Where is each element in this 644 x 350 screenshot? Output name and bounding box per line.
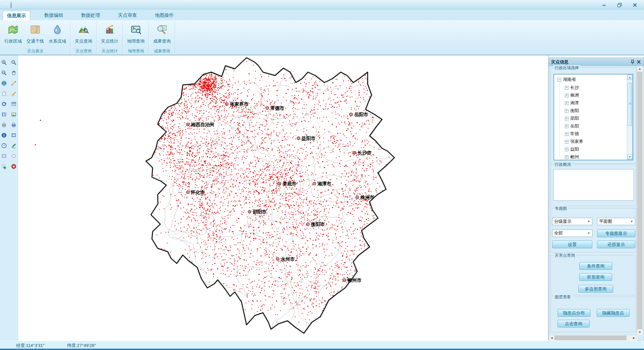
disaster-query-legend: 灾害点查询: [553, 253, 576, 258]
print-color-tool[interactable]: [10, 121, 17, 129]
cancel-clear-tool[interactable]: [10, 163, 17, 170]
tree-item-label: 张家界: [570, 139, 583, 145]
tab-5[interactable]: 地图操作: [151, 11, 178, 20]
scope-select[interactable]: 全部▼: [552, 230, 592, 237]
expand-icon[interactable]: +: [565, 86, 569, 90]
hide-hazard-button[interactable]: 隐藏隐患点: [597, 309, 630, 317]
condition-query-button[interactable]: 条件查询: [579, 262, 612, 270]
行政区域-button[interactable]: 行政区域: [2, 21, 24, 44]
panel-close-button[interactable]: [636, 59, 642, 65]
地理查询-button[interactable]: 地理查询: [125, 21, 147, 44]
pin-button[interactable]: [630, 59, 636, 65]
settings-button[interactable]: 设置: [552, 241, 592, 248]
close-button[interactable]: [630, 2, 640, 8]
tree-item-2[interactable]: +株洲: [565, 92, 579, 99]
zoom-out-tool[interactable]: [10, 59, 17, 66]
map-type-select[interactable]: 平面图▼: [597, 218, 635, 225]
scroll-down-arrow[interactable]: ▼: [627, 154, 632, 159]
tree-item-4[interactable]: +衡阳: [565, 107, 579, 114]
pan-hand-tool[interactable]: [10, 69, 17, 77]
ribbon-group-2: 灾点查询灾点查询: [70, 20, 97, 55]
repaint-brush-tool[interactable]: [10, 90, 17, 97]
tree-item-9[interactable]: +益阳: [565, 146, 579, 153]
export-image-tool[interactable]: [10, 111, 17, 118]
tree-scrollbar-thumb[interactable]: [628, 83, 632, 126]
zoom-in-tool[interactable]: [0, 59, 8, 66]
attribute-table-tool[interactable]: [10, 100, 17, 108]
panel-hscrollbar-thumb[interactable]: [554, 336, 627, 340]
成果查询-button[interactable]: 成果查询: [151, 21, 173, 44]
region-tree[interactable]: −湖南省+长沙+株洲+湘潭+衡阳+邵阳+岳阳+常德+张家界+益阳+郴州 ▲ ▼: [553, 74, 633, 160]
restore-button[interactable]: [614, 2, 625, 8]
tab-3[interactable]: 数据处理: [77, 11, 104, 20]
expand-icon[interactable]: +: [565, 140, 569, 144]
minimize-button[interactable]: [599, 2, 609, 8]
expand-icon[interactable]: +: [565, 94, 569, 97]
ellipse-select-tool[interactable]: [10, 152, 17, 160]
print-tool[interactable]: [0, 121, 8, 129]
grade-display-select[interactable]: 分级显示▼: [552, 218, 592, 225]
tab-1[interactable]: 信息展示: [3, 11, 30, 20]
tab-2[interactable]: 数据编辑: [40, 11, 67, 20]
restore-display-button[interactable]: 还原显示: [597, 241, 635, 248]
map-canvas[interactable]: 张家界市常德市岳阳市湘西自治州益阳市长沙市娄底市湘潭市怀化市株洲市邵阳市衡阳市永…: [0, 55, 548, 341]
tree-item-8[interactable]: +张家界: [565, 138, 583, 145]
zoom-window-tool[interactable]: [0, 69, 8, 77]
latitude-readout: 纬度:27°49′28″: [67, 343, 96, 349]
tree-item-5[interactable]: +邵阳: [565, 115, 579, 122]
click-query-button[interactable]: 点击查询: [557, 320, 590, 328]
ribbon: 行政区域交通干线水系流域灾点展示灾点查询灾点查询灾点统计灾点统计地理查询地理查询…: [0, 20, 644, 55]
expand-icon[interactable]: +: [565, 109, 569, 113]
hunan-province-map[interactable]: 张家界市常德市岳阳市湘西自治州益阳市长沙市娄底市湘潭市怀化市株洲市邵阳市衡阳市永…: [0, 55, 548, 341]
水系流域-button[interactable]: 水系流域: [46, 21, 68, 44]
ribbon-button-label: 成果查询: [151, 38, 173, 44]
tree-item-1[interactable]: +长沙: [565, 84, 579, 91]
rectangle-query-button[interactable]: 矩形查询: [579, 273, 612, 281]
clear-page-tool[interactable]: [0, 90, 8, 97]
scroll-right-arrow[interactable]: ►: [631, 335, 637, 341]
quick-access-toolbar[interactable]: [1, 1, 10, 5]
overview-textarea[interactable]: [553, 169, 634, 201]
expand-icon[interactable]: +: [565, 132, 569, 136]
collapse-icon[interactable]: −: [557, 78, 561, 82]
tree-item-10[interactable]: +郴州: [565, 153, 579, 160]
tree-item-label: 常德: [570, 131, 579, 137]
measure-tool[interactable]: [10, 80, 17, 87]
scroll-down-arrow[interactable]: ▼: [637, 330, 643, 335]
overview-window-tool[interactable]: [10, 132, 17, 139]
panel-vscrollbar-thumb[interactable]: [637, 72, 642, 329]
expand-icon[interactable]: +: [565, 117, 569, 120]
tab-4[interactable]: 灾点审查: [114, 11, 141, 20]
scroll-up-arrow[interactable]: ▲: [637, 66, 643, 71]
svg-text:衡阳市: 衡阳市: [311, 221, 325, 227]
expand-icon[interactable]: +: [565, 101, 569, 105]
sketch-pen-tool[interactable]: [10, 142, 17, 149]
灾点统计-button[interactable]: 灾点统计: [99, 21, 121, 44]
scroll-left-arrow[interactable]: ◄: [549, 335, 554, 341]
polygon-query-button[interactable]: 多边形查询: [578, 285, 613, 293]
tree-scrollbar[interactable]: ▲ ▼: [627, 74, 633, 160]
help-tool[interactable]: ?: [0, 142, 8, 149]
tree-item-7[interactable]: +常德: [565, 130, 579, 138]
交通干线-button[interactable]: 交通干线: [24, 21, 46, 44]
panel-horizontal-scrollbar[interactable]: ◄ ►: [549, 335, 637, 341]
panel-vertical-scrollbar[interactable]: ▲ ▼: [637, 66, 643, 335]
tree-item-3[interactable]: +湘潭: [565, 99, 579, 107]
full-extent-globe-tool[interactable]: [0, 80, 8, 87]
select-features-tool[interactable]: [0, 163, 8, 170]
show-thematic-button[interactable]: 专题图显示: [597, 230, 635, 237]
panel-close-icon: [637, 60, 641, 64]
tree-item-hunan-province[interactable]: −湖南省: [557, 76, 576, 83]
layout-view-tool[interactable]: [0, 111, 8, 118]
ribbon-button-label: 水系流域: [46, 38, 68, 44]
scroll-up-arrow[interactable]: ▲: [627, 75, 632, 80]
灾点查询-button[interactable]: 灾点查询: [72, 21, 95, 44]
identify-info-tool[interactable]: [0, 132, 8, 139]
expand-icon[interactable]: +: [565, 155, 569, 159]
expand-icon[interactable]: +: [565, 148, 569, 151]
expand-icon[interactable]: +: [565, 124, 569, 128]
rectangle-select-tool[interactable]: [0, 152, 8, 160]
refresh-tool[interactable]: [0, 100, 8, 108]
hazard-distribution-button[interactable]: 隐患点分布: [557, 309, 590, 317]
tree-item-6[interactable]: +岳阳: [565, 122, 579, 130]
